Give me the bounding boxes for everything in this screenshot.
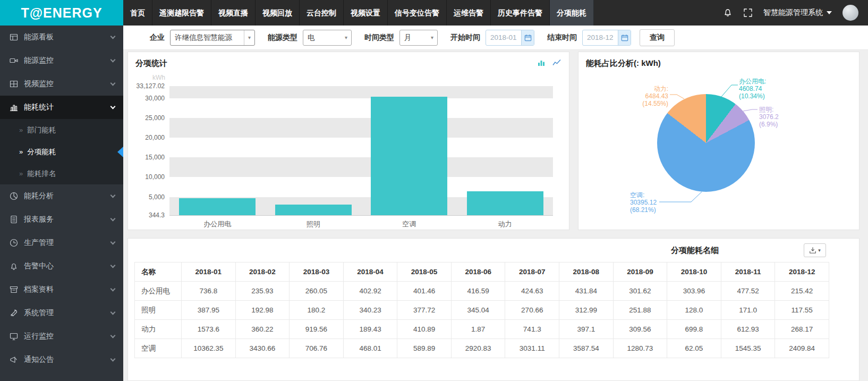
start-date-value: 2018-01 [490, 33, 517, 41]
value-cell: 431.84 [559, 282, 614, 301]
column-header: 2018-11 [721, 263, 775, 282]
table-row: 照明387.95192.98180.2340.23377.72345.04270… [135, 301, 829, 320]
clock-icon [10, 239, 18, 247]
grid-band [169, 118, 553, 138]
nav-item[interactable]: 视频回放 [256, 0, 300, 26]
charts-row: 分项统计 kWh 33,127.0230,00025,00020,00015,0… [127, 52, 860, 230]
topbar-right: 智慧能源管理系统 [723, 0, 868, 26]
energy-type-filter: 能源类型 电 ▾ [268, 30, 352, 46]
sidebar-item[interactable]: 生产管理 [0, 231, 123, 255]
sidebar-item[interactable]: 系统管理 [0, 301, 123, 325]
nav-item[interactable]: 视频直播 [211, 0, 256, 26]
chevron-down-icon: ▾ [244, 30, 254, 45]
chevron-down-icon [110, 81, 116, 86]
row-name-cell: 照明 [135, 301, 182, 320]
bar [275, 205, 352, 215]
value-cell: 192.98 [235, 301, 290, 320]
value-cell: 180.2 [290, 301, 344, 320]
system-dropdown[interactable]: 智慧能源管理系统 [763, 8, 832, 18]
column-header: 2018-08 [559, 263, 614, 282]
row-name-cell: 空调 [135, 339, 182, 358]
grid-band [169, 157, 553, 177]
time-type-filter: 时间类型 月 ▾ [364, 30, 438, 46]
sidebar-subitem-label: 部门能耗 [27, 125, 56, 135]
bar [467, 191, 543, 216]
nav-item[interactable]: 历史事件告警 [491, 0, 550, 26]
sidebar-item[interactable]: 能耗分析 [0, 184, 123, 208]
y-axis-tick: 20,000 [145, 134, 165, 141]
chevron-down-icon: ▾ [818, 248, 821, 253]
value-cell: 360.22 [235, 320, 290, 339]
column-header: 2018-10 [667, 263, 721, 282]
query-button[interactable]: 查询 [640, 29, 675, 46]
active-indicator-arrow [117, 147, 123, 157]
bar-chart-toggle-icon[interactable] [535, 57, 547, 68]
column-header: 2018-01 [182, 263, 236, 282]
chevron-down-icon [110, 57, 116, 63]
line-chart-toggle-icon[interactable] [551, 57, 563, 68]
sidebar-item[interactable]: 告警中心 [0, 255, 123, 278]
nav-item[interactable]: 云台控制 [300, 0, 344, 26]
pie-label: 空调:30395.12(68.21%) [630, 191, 657, 214]
submenu: »部门能耗»分项能耗»能耗排名 [0, 119, 123, 184]
value-cell: 62.05 [667, 339, 721, 358]
start-time-filter: 开始时间 2018-01 [450, 30, 534, 46]
bar-chart-title: 分项统计 [128, 52, 569, 69]
sidebar-item[interactable]: 通知公告 [0, 348, 123, 371]
sidebar-subitem[interactable]: »能耗排名 [0, 163, 123, 184]
nav-item[interactable]: 遥测越限告警 [152, 0, 211, 26]
sidebar-item[interactable]: 能源监控 [0, 49, 123, 72]
end-date-input[interactable]: 2018-12 [582, 30, 631, 46]
column-header: 2018-02 [235, 263, 290, 282]
top-bar: T@ENERGY 首页遥测越限告警视频直播视频回放云台控制视频设置信号变位告警运… [0, 0, 868, 26]
sidebar-item[interactable]: 视频监控 [0, 72, 123, 96]
sidebar-subitem[interactable]: »部门能耗 [0, 119, 123, 141]
fullscreen-icon[interactable] [743, 8, 753, 18]
grid-band [169, 98, 553, 118]
sidebar-item[interactable]: 能耗统计 [0, 96, 123, 119]
sidebar-subitem[interactable]: »分项能耗 [0, 141, 123, 163]
nav-item[interactable]: 信号变位告警 [388, 0, 447, 26]
sidebar-item[interactable]: 档案资料 [0, 278, 123, 301]
nav-item[interactable]: 运维告警 [447, 0, 491, 26]
enterprise-select[interactable]: 许继信息智慧能源 ▾ [170, 30, 255, 46]
pie-icon [10, 192, 18, 200]
sidebar-item[interactable]: 能源看板 [0, 26, 123, 49]
value-cell: 397.1 [559, 320, 614, 339]
sidebar-item-label: 报表服务 [24, 215, 54, 224]
time-type-select[interactable]: 月 ▾ [399, 30, 438, 46]
value-cell: 1545.35 [721, 339, 775, 358]
column-header: 2018-04 [343, 263, 397, 282]
wrench-icon [10, 309, 18, 317]
nav-item[interactable]: 首页 [123, 0, 152, 26]
sidebar-item[interactable]: 报表服务 [0, 208, 123, 231]
column-header: 2018-06 [451, 263, 505, 282]
value-cell: 424.63 [505, 282, 559, 301]
bell-icon[interactable] [723, 8, 733, 18]
value-cell: 260.05 [290, 282, 344, 301]
avatar[interactable] [843, 5, 858, 21]
start-date-input[interactable]: 2018-01 [486, 30, 534, 46]
sidebar-item-label: 告警中心 [24, 261, 54, 271]
bar-chart-card: 分项统计 kWh 33,127.0230,00025,00020,00015,0… [127, 52, 569, 230]
grid-band [169, 86, 553, 98]
export-button[interactable]: ▾ [804, 243, 826, 257]
main-content: 分项统计 kWh 33,127.0230,00025,00020,00015,0… [123, 50, 868, 381]
nav-item[interactable]: 视频设置 [344, 0, 388, 26]
column-header: 2018-03 [290, 263, 344, 282]
table-row: 空调10362.353430.66706.76468.01589.892920.… [135, 339, 829, 358]
arrow-marker: » [19, 170, 23, 177]
value-cell: 128.0 [667, 301, 721, 320]
value-cell: 2409.84 [775, 339, 829, 358]
column-header: 2018-07 [505, 263, 559, 282]
sidebar-item-label: 生产管理 [24, 238, 54, 248]
sidebar-item[interactable]: 运行监控 [0, 325, 123, 348]
nav-item[interactable]: 分项能耗 [550, 0, 594, 26]
chevron-down-icon [110, 34, 116, 39]
sidebar-item-label: 视频监控 [24, 79, 54, 89]
chevron-down-icon [110, 193, 116, 198]
column-header: 2018-12 [775, 263, 829, 282]
energy-type-select[interactable]: 电 ▾ [303, 30, 352, 46]
value-cell: 251.88 [613, 301, 667, 320]
value-cell: 410.89 [397, 320, 452, 339]
